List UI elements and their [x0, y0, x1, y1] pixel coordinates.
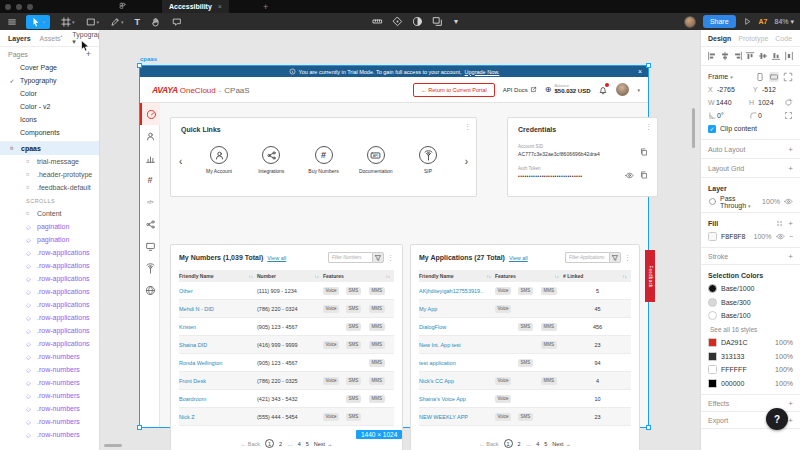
column-header--linked[interactable]: # Linked↑↓	[563, 273, 631, 279]
layer-item-row-applications[interactable]: ◇.row-applications	[0, 272, 99, 285]
filter-input[interactable]	[328, 252, 372, 263]
remove-fill-button[interactable]: −	[789, 233, 793, 240]
selection-color-000000[interactable]: 000000100%	[708, 377, 793, 391]
pagination-back[interactable]: ← Back	[241, 441, 260, 447]
layer-item-row-numbers[interactable]: ◇.row-numbers	[0, 363, 99, 376]
pagination-next[interactable]: Next →	[552, 441, 570, 447]
row-name-link[interactable]: My App	[419, 306, 495, 312]
layer-item-row-numbers[interactable]: ◇.row-numbers	[0, 389, 99, 402]
layer-item-row-numbers[interactable]: ◇.row-numbers	[0, 350, 99, 363]
contrast-icon[interactable]	[412, 16, 423, 27]
present-icon[interactable]	[743, 17, 752, 26]
table-row[interactable]: Kristen(905) 123 - 4567SMSMMS	[179, 318, 394, 336]
row-name-link[interactable]: Nick's CC App	[419, 378, 495, 384]
quick-links-next-icon[interactable]: ›	[465, 156, 468, 167]
row-name-link[interactable]: Other	[179, 288, 257, 294]
feedback-tab[interactable]: Feedback	[645, 250, 655, 302]
page-item-color[interactable]: Color	[0, 87, 99, 100]
table-row[interactable]: Ronda Wellington(905) 123 - 4567MMS	[179, 354, 394, 372]
tab-close-icon[interactable]: ×	[218, 3, 222, 10]
canvas-vertical-scrollbar[interactable]	[692, 108, 695, 148]
upgrade-now-link[interactable]: Upgrade Now.	[465, 69, 500, 75]
see-all-styles-link[interactable]: See all 16 styles	[708, 323, 793, 337]
layers-icon[interactable]	[432, 16, 443, 27]
table-row[interactable]: Nick Z(555) 444 - 5454VoiceSMS	[179, 408, 394, 426]
layer-item-trial-message[interactable]: ⌗trial-message	[0, 155, 99, 168]
canvas[interactable]: cpaas You are currently in Trial Mode. T…	[100, 30, 700, 450]
pagination-page-4[interactable]: 4	[298, 441, 301, 447]
align-right-icon[interactable]	[733, 51, 743, 61]
pagination-next[interactable]: Next →	[314, 441, 332, 447]
quick-link-sip[interactable]: SIP	[402, 146, 454, 174]
filter-input[interactable]	[565, 252, 609, 263]
row-name-link[interactable]: Ronda Wellington	[179, 360, 257, 366]
align-left-icon[interactable]	[707, 51, 717, 61]
layer-opacity-field[interactable]: 100%	[762, 198, 780, 205]
table-row[interactable]: Shaina's Voice AppVoice10	[419, 390, 631, 408]
kebab-menu-icon[interactable]: ⋮	[624, 254, 631, 262]
side-nav-device-icon[interactable]	[140, 235, 160, 257]
frame-preset-select[interactable]: Frame	[708, 73, 728, 80]
table-row[interactable]: DialogFlowSMSMMS456	[419, 318, 631, 336]
inspector-tab-prototype[interactable]: Prototype	[738, 35, 768, 42]
hand-tool-button[interactable]	[151, 17, 161, 27]
column-header-friendly-name[interactable]: Friendly Name↑↓	[179, 273, 257, 279]
eye-icon[interactable]	[625, 171, 634, 180]
portrait-icon[interactable]	[755, 72, 765, 82]
chevron-down-icon[interactable]: ▾	[454, 17, 458, 26]
x-position-field[interactable]: -2765	[717, 86, 743, 93]
table-row[interactable]: test applicationSMS94	[419, 354, 631, 372]
column-header-friendly-name[interactable]: Friendly Name↑↓	[419, 273, 495, 279]
side-nav-gauge-icon[interactable]	[140, 103, 160, 125]
add-funds-icon[interactable]: ⊕	[545, 85, 552, 94]
avatar[interactable]	[684, 16, 696, 28]
layer-item-SCROLLS[interactable]: SCROLLS	[0, 194, 99, 207]
quick-links-prev-icon[interactable]: ‹	[179, 156, 182, 167]
page-item-cover-page[interactable]: Cover Page	[0, 61, 99, 74]
add-auto-layout-button[interactable]: +	[788, 145, 793, 154]
table-row[interactable]: Shaina DID(416) 999 - 9999VoiceSMSMMS	[179, 336, 394, 354]
selection-handle[interactable]	[137, 425, 142, 430]
add-fill-button[interactable]: +	[788, 219, 793, 228]
comment-tool-button[interactable]	[172, 17, 182, 27]
design-frame-cpaas[interactable]: You are currently in Trial Mode. To gain…	[140, 66, 648, 427]
row-name-link[interactable]: Shaina's Voice App	[419, 396, 495, 402]
width-field[interactable]: 1440	[716, 99, 739, 106]
quick-link-buy-numbers[interactable]: #Buy Numbers	[298, 146, 350, 174]
add-export-button[interactable]: +	[788, 416, 793, 425]
table-row[interactable]: Other(111) 909 - 1234VoiceSMSMMS	[179, 282, 394, 300]
color-style-base-300[interactable]: Base/300	[708, 296, 793, 310]
frame-name-label[interactable]: cpaas	[140, 56, 157, 62]
side-nav-antenna-icon[interactable]	[140, 257, 160, 279]
page-item-components[interactable]: Components	[0, 126, 99, 139]
quick-link-documentation[interactable]: APIDocumentation	[350, 146, 402, 174]
page-item-typography[interactable]: ✓Typography	[0, 74, 99, 87]
table-row[interactable]: My AppVoice45	[419, 300, 631, 318]
pagination-page-2[interactable]: 2	[518, 441, 521, 447]
landscape-icon[interactable]	[769, 72, 779, 82]
constrain-proportions-icon[interactable]	[784, 98, 793, 107]
traffic-light-minimize[interactable]	[16, 4, 22, 10]
row-name-link[interactable]: Nick Z	[179, 414, 257, 420]
styles-icon[interactable]	[775, 219, 784, 228]
pagination-page-1[interactable]: 1	[504, 439, 513, 448]
funnel-filter-button[interactable]	[609, 252, 621, 263]
independent-corners-icon[interactable]	[784, 111, 793, 120]
inspector-tab-design[interactable]: Design	[708, 35, 731, 42]
visibility-eye-icon[interactable]	[784, 197, 793, 206]
layer-item-pagination[interactable]: ◇pagination	[0, 220, 99, 233]
pagination-page-1[interactable]: 1	[265, 439, 274, 448]
document-tab[interactable]: Accessibility ×	[162, 0, 229, 13]
zoom-level-control[interactable]: 84% ▾	[775, 18, 794, 26]
fill-hex-field[interactable]: F8F8F8	[721, 233, 746, 240]
side-nav-person-icon[interactable]	[140, 125, 160, 147]
selection-color-313133[interactable]: 313133100%	[708, 350, 793, 364]
row-name-link[interactable]: Kristen	[179, 324, 257, 330]
quick-link-my-account[interactable]: My Account	[193, 146, 245, 174]
selection-handle[interactable]	[646, 425, 651, 430]
selection-handle[interactable]	[646, 63, 651, 68]
chevron-down-icon[interactable]: ▾	[42, 19, 45, 25]
user-avatar[interactable]	[616, 83, 629, 96]
layer-item-row-applications[interactable]: ◇.row-applications	[0, 285, 99, 298]
blend-mode-select[interactable]: Pass Through ▾	[720, 195, 762, 209]
